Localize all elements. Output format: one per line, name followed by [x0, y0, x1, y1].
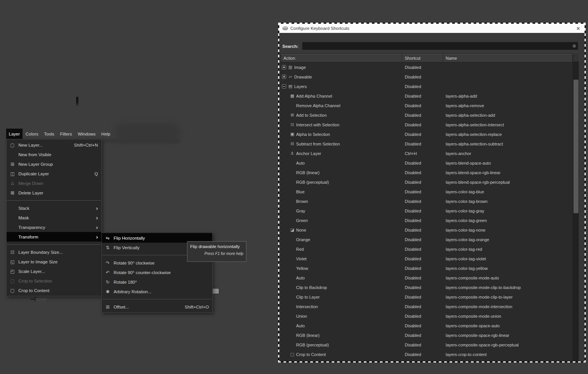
tree-expand-icon[interactable]: +: [282, 65, 286, 69]
action-name-value: layers-composite-space-rgb-linear: [443, 333, 573, 338]
menu-item-arbitrary-rotation[interactable]: ✱Arbitrary Rotation...: [102, 287, 212, 296]
table-row[interactable]: ⊡Intersect with SelectionDisabledlayers-…: [281, 120, 573, 129]
table-row[interactable]: RGB (linear)Disabledlayers-blend-space-r…: [281, 168, 573, 177]
action-label: Anchor Layer: [296, 151, 321, 156]
table-row[interactable]: RGB (perceptual)Disabledlayers-composite…: [281, 340, 573, 350]
table-row[interactable]: Clip to BackdropDisabledlayers-composite…: [281, 283, 573, 292]
menu-item-rotate-90-counter-clockwise[interactable]: ↶Rotate 90° counter-clockwise: [102, 268, 212, 277]
menu-item-new-from-visible[interactable]: New from Visible: [7, 150, 101, 159]
menu-item-new-layer[interactable]: ▢New Layer...Shift+Ctrl+N: [7, 140, 101, 150]
menu-item-layer-boundary-size[interactable]: ⊡Layer Boundary Size...: [7, 247, 101, 257]
table-row[interactable]: BlueDisabledlayers-color-tag-blue: [281, 187, 573, 196]
column-header-name[interactable]: Name: [443, 54, 573, 62]
table-row[interactable]: ⊟Subtract from SelectionDisabledlayers-a…: [281, 139, 573, 149]
column-header-shortcut[interactable]: Shortcut: [402, 54, 443, 62]
table-row[interactable]: ▣Alpha to SelectionDisabledlayers-alpha-…: [281, 129, 573, 139]
shortcut-value: Disabled: [402, 295, 443, 299]
action-name-value: layers-alpha-remove: [443, 103, 573, 108]
table-row[interactable]: VioletDisabledlayers-color-tag-violet: [281, 254, 573, 263]
action-label: RGB (perceptual): [296, 343, 329, 347]
table-row[interactable]: +▥ImageDisabled: [281, 62, 573, 72]
selection-replace-icon: ▣: [290, 132, 295, 137]
table-row[interactable]: AutoDisabledlayers-composite-mode-auto: [281, 273, 573, 283]
shortcut-value: Disabled: [402, 228, 443, 232]
table-row[interactable]: UnionDisabledlayers-composite-mode-union: [281, 311, 573, 321]
table-row[interactable]: GreenDisabledlayers-color-tag-green: [281, 216, 573, 225]
table-row[interactable]: −▤LayersDisabled: [281, 82, 573, 91]
scrollbar-thumb[interactable]: [573, 80, 578, 213]
table-row[interactable]: RGB (linear)Disabledlayers-composite-spa…: [281, 330, 573, 340]
table-row[interactable]: AutoDisabledlayers-blend-space-auto: [281, 158, 573, 168]
menubar-item-windows[interactable]: Windows: [75, 129, 98, 139]
column-header-action[interactable]: Action: [281, 54, 402, 62]
tree-expand-icon[interactable]: +: [282, 75, 286, 79]
table-row[interactable]: +▱DrawableDisabled: [281, 72, 573, 82]
table-row[interactable]: IntersectionDisabledlayers-composite-mod…: [281, 302, 573, 311]
submenu-arrow-icon: ›: [96, 234, 98, 240]
menubar-item-tools[interactable]: Tools: [41, 129, 57, 139]
menu-item-layer-to-image-size[interactable]: ◱Layer to Image Size: [7, 257, 101, 266]
clear-search-icon[interactable]: ⊗: [572, 43, 576, 49]
tree-collapse-icon[interactable]: −: [282, 84, 286, 88]
tooltip: Flip drawable horizontally Press F1 for …: [187, 241, 246, 262]
menu-item-transform[interactable]: Transform›: [7, 232, 101, 242]
action-label: RGB (perceptual): [296, 180, 329, 185]
search-input[interactable]: [303, 42, 570, 51]
table-row[interactable]: YellowDisabledlayers-color-tag-yellow: [281, 263, 573, 273]
menu-item-stack[interactable]: Stack›: [7, 203, 101, 213]
menu-item-new-layer-group[interactable]: ⊞New Layer Group: [7, 159, 101, 169]
menu-item-transparency[interactable]: Transparency›: [7, 222, 101, 232]
action-cell: +▱Drawable: [281, 74, 402, 79]
menu-item-duplicate-layer[interactable]: ◫Duplicate LayerQ: [7, 169, 101, 178]
menubar-item-help[interactable]: Help: [99, 129, 113, 139]
action-label: None: [296, 228, 306, 232]
menubar-item-colors[interactable]: Colors: [23, 129, 41, 139]
shortcut-value: Disabled: [402, 323, 443, 328]
table-row[interactable]: ⊞Add to SelectionDisabledlayers-alpha-se…: [281, 110, 573, 120]
menu-item-label: Rotate 90° clockwise: [114, 261, 155, 265]
action-label: Drawable: [294, 75, 312, 79]
menu-item-rotate-180[interactable]: ↻Rotate 180°: [102, 277, 212, 287]
menu-item-mask[interactable]: Mask›: [7, 213, 101, 222]
table-row[interactable]: AutoDisabledlayers-composite-space-auto: [281, 321, 573, 330]
menu-item-shortcut: Shift+Ctrl+N: [67, 143, 98, 147]
action-name-value: layers-composite-space-auto: [443, 323, 573, 328]
menubar-item-filters[interactable]: Filters: [57, 129, 75, 139]
menu-item-delete-layer[interactable]: ⊠Delete Layer: [7, 188, 101, 198]
duplicate-layer-icon: ◫: [9, 171, 16, 176]
table-row[interactable]: BrownDisabledlayers-color-tag-brown: [281, 196, 573, 206]
menu-item-label: Arbitrary Rotation...: [114, 289, 151, 294]
table-row[interactable]: RGB (perceptual)Disabledlayers-blend-spa…: [281, 177, 573, 187]
action-cell: Clip to Backdrop: [281, 285, 402, 290]
table-row[interactable]: ⚓Anchor LayerCtrl+Hlayers-anchor: [281, 149, 573, 158]
table-row[interactable]: OrangeDisabledlayers-color-tag-orange: [281, 235, 573, 244]
selection-marquee-top: [278, 23, 586, 24]
flip-vertical-icon: ⇅: [104, 245, 111, 250]
menu-item-crop-to-content[interactable]: ▢Crop to Content: [7, 286, 101, 295]
menu-item-offset[interactable]: ⊞Offset...Shift+Ctrl+O: [102, 302, 212, 312]
table-row[interactable]: Clip to LayerDisabledlayers-composite-mo…: [281, 292, 573, 302]
menubar-item-layer[interactable]: Layer: [6, 129, 23, 139]
table-row[interactable]: ▢Crop to ContentDisabledlayers-crop-to-c…: [281, 350, 573, 359]
table-row[interactable]: GrayDisabledlayers-color-tag-gray: [281, 206, 573, 216]
menu-item-label: Crop to Content: [18, 288, 49, 293]
menu-item-label: Layer Boundary Size...: [18, 250, 63, 255]
shortcut-value: Disabled: [402, 247, 443, 252]
submenu-arrow-icon: ›: [96, 224, 98, 230]
menu-item-crop-to-selection[interactable]: ▢Crop to Selection: [7, 276, 101, 286]
menu-item-scale-layer[interactable]: ◰Scale Layer...: [7, 266, 101, 276]
table-row[interactable]: ◪NoneDisabledlayers-color-tag-none: [281, 225, 573, 235]
dialog-titlebar[interactable]: Configure Keyboard Shortcuts ✕: [279, 24, 585, 33]
action-label: Intersect with Selection: [296, 122, 339, 127]
action-cell: Red: [281, 247, 402, 252]
table-row[interactable]: Remove Alpha ChannelDisabledlayers-alpha…: [281, 101, 573, 110]
menu-item-merge-down[interactable]: ⇊Merge Down: [7, 178, 101, 188]
table-row[interactable]: ▦Add Alpha ChannelDisabledlayers-alpha-a…: [281, 91, 573, 101]
close-icon[interactable]: ✕: [576, 26, 580, 31]
vertical-scrollbar[interactable]: [573, 54, 579, 361]
table-row[interactable]: RedDisabledlayers-color-tag-red: [281, 244, 573, 254]
menu-item-label: Transparency: [18, 225, 45, 230]
menu-item-label: Flip Horizontally: [114, 236, 145, 240]
menu-separator: [7, 200, 101, 201]
new-layer-icon: ▢: [9, 142, 16, 148]
